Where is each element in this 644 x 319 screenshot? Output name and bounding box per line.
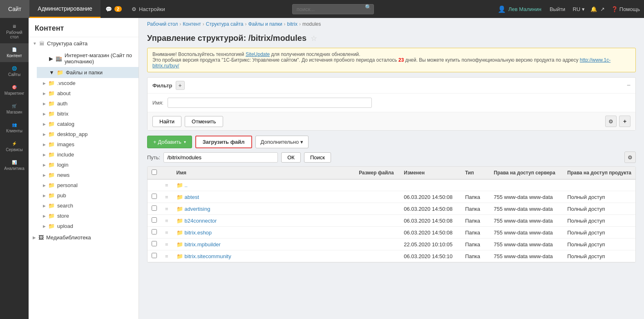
folder-item-store[interactable]: ▶ 📁 store [43, 211, 139, 221]
add-button[interactable]: + Добавить ▾ [147, 136, 192, 148]
marketing-icon: 🎯 [12, 85, 17, 89]
folder-item-pub[interactable]: ▶ 📁 pub [43, 190, 139, 201]
folder-item-upload[interactable]: ▶ 📁 upload [43, 221, 139, 231]
help-button[interactable]: ❓ Помощь [607, 6, 644, 12]
sidebar-section-header-structure[interactable]: ▼ 🏛 Структура сайта [29, 37, 139, 50]
filter-name-input[interactable] [168, 98, 372, 108]
file-modified: 06.03.2020 14:50:08 [400, 191, 461, 203]
days-remaining: 23 [398, 57, 404, 63]
row-checkbox[interactable] [152, 253, 157, 258]
file-type: Папка [461, 203, 490, 215]
file-name-link[interactable]: 📁abtest [177, 194, 199, 200]
folder-icon-login: 📁 [48, 162, 55, 168]
sidebar-item-marketing[interactable]: 🎯 Маркетинг [0, 81, 29, 100]
siteupdate-link[interactable]: SiteUpdate [246, 51, 270, 57]
th-name[interactable]: Имя [172, 167, 355, 179]
drag-handle[interactable]: ≡ [161, 179, 172, 191]
file-name-link[interactable]: 📁bitrix.eshop [177, 230, 212, 236]
sidebar-item-internet-shop[interactable]: ▶ 🏬 Интернет-магазин (Сайт по умолчанию) [37, 50, 139, 67]
find-button[interactable]: Найти [152, 116, 181, 127]
sidebar-item-files-and-folders[interactable]: ▼ 📁 Файлы и папки [37, 67, 139, 78]
sidebar-item-shop[interactable]: 🛒 Магазин [0, 100, 29, 118]
folder-item-news[interactable]: ▶ 📁 news [43, 170, 139, 180]
filter-settings-button[interactable]: ⚙ [605, 116, 617, 127]
language-selector[interactable]: RU ▾ [569, 6, 588, 12]
settings-button[interactable]: ⚙ Настройки [127, 6, 170, 12]
folder-item-search[interactable]: ▶ 📁 search [43, 201, 139, 211]
file-name-link[interactable]: 📁advertising [177, 206, 210, 212]
drag-handle[interactable]: ≡ [161, 239, 172, 250]
row-checkbox[interactable] [152, 241, 157, 246]
drag-handle[interactable]: ≡ [161, 227, 172, 239]
th-server-access[interactable]: Права на доступ сервера [490, 167, 563, 179]
th-size[interactable]: Размер файла [355, 167, 400, 179]
th-type[interactable]: Тип [461, 167, 490, 179]
user-icon: 👤 [498, 5, 506, 13]
breadcrumb-item-content[interactable]: Контент [183, 21, 201, 27]
drag-handle[interactable]: ≡ [161, 215, 172, 227]
site-tab[interactable]: Сайт [0, 0, 29, 18]
file-size [355, 250, 400, 262]
file-table: Имя Размер файла Изменен Тип Права на до… [147, 166, 636, 263]
sidebar-item-services[interactable]: ⚡ Сервисы [0, 137, 29, 156]
arrow-icon[interactable]: ↗ [600, 6, 605, 12]
sidebar-item-sites[interactable]: 🌐 Сайты [0, 62, 29, 81]
row-checkbox[interactable] [152, 229, 157, 234]
folder-item-images[interactable]: ▶ 📁 images [43, 139, 139, 149]
drag-handle[interactable]: ≡ [161, 191, 172, 203]
path-input[interactable] [163, 152, 278, 163]
row-checkbox[interactable] [152, 217, 157, 223]
sidebar-item-content[interactable]: 📄 Контент [0, 43, 29, 62]
folder-item-include[interactable]: ▶ 📁 include [43, 149, 139, 160]
search-input[interactable] [292, 4, 374, 14]
th-product-access[interactable]: Права на доступ продукта [563, 167, 635, 179]
filter-add-button[interactable]: + [176, 81, 185, 90]
file-modified: 22.05.2020 10:10:05 [400, 239, 461, 250]
breadcrumb-item-desktop[interactable]: Рабочий стол [147, 21, 178, 27]
file-name-link[interactable]: 📁bitrix.sitecommunity [177, 253, 231, 259]
breadcrumb-item-files[interactable]: Файлы и папки [248, 21, 282, 27]
select-all-checkbox[interactable] [152, 170, 157, 175]
admin-tab[interactable]: Администрирование [29, 0, 101, 18]
message-icon: 💬 [105, 6, 112, 12]
sidebar-item-analytics[interactable]: 📊 Аналитика [0, 156, 29, 175]
favorite-star-icon[interactable]: ☆ [311, 34, 317, 43]
server-access: 755 www-data www-data [490, 227, 563, 239]
parent-dir-link[interactable]: 📁.. [177, 182, 351, 188]
sidebar-item-clients[interactable]: 👥 Клиенты [0, 118, 29, 137]
filter-add-condition-button[interactable]: + [619, 116, 631, 127]
folder-item-desktop-app[interactable]: ▶ 📁 desktop_app [43, 129, 139, 139]
path-ok-button[interactable]: ОК [281, 152, 301, 163]
upload-file-button[interactable]: Загрузить файл [195, 136, 252, 148]
desktop-icon: 🖥 [12, 24, 16, 29]
sidebar-item-media[interactable]: ▶ 🖼 Медиабиблиотека [29, 231, 139, 244]
cancel-filter-button[interactable]: Отменить [185, 116, 223, 127]
notification-icon[interactable]: 🔔 [590, 6, 597, 12]
drag-icon: ≡ [165, 182, 168, 188]
file-name-link[interactable]: 📁bitrix.mpbuilder [177, 241, 221, 248]
breadcrumb-item-bitrix[interactable]: bitrix [287, 21, 297, 27]
drag-handle[interactable]: ≡ [161, 203, 172, 215]
folder-item-about[interactable]: ▶ 📁 about [43, 88, 139, 98]
more-button[interactable]: Дополнительно ▾ [255, 136, 309, 148]
breadcrumb-item-structure[interactable]: Структура сайта [206, 21, 244, 27]
filter-minimize-button[interactable]: − [627, 82, 631, 89]
row-checkbox[interactable] [152, 194, 157, 199]
row-checkbox[interactable] [152, 205, 157, 211]
path-settings-button[interactable]: ⚙ [624, 152, 636, 163]
file-type: Папка [461, 250, 490, 262]
folder-item-auth[interactable]: ▶ 📁 auth [43, 98, 139, 109]
folder-item-login[interactable]: ▶ 📁 login [43, 160, 139, 170]
sidebar-section-structure: ▼ 🏛 Структура сайта ▶ 🏬 Интернет-магазин… [29, 37, 139, 231]
th-modified[interactable]: Изменен [400, 167, 461, 179]
folder-item-catalog[interactable]: ▶ 📁 catalog [43, 119, 139, 129]
folder-item-bitrix[interactable]: ▶ 📁 bitrix [43, 109, 139, 119]
sidebar-item-desktop[interactable]: 🖥 Рабочий стол [0, 20, 29, 43]
folder-item-personal[interactable]: ▶ 📁 personal [43, 180, 139, 190]
messages-button[interactable]: 💬 2 [101, 6, 127, 12]
folder-item-vscode[interactable]: ▶ 📁 .vscode [43, 78, 139, 88]
path-search-button[interactable]: Поиск [304, 152, 331, 163]
logout-button[interactable]: Выйти [546, 6, 570, 12]
file-name-link[interactable]: 📁b24connector [177, 218, 217, 224]
drag-handle[interactable]: ≡ [161, 250, 172, 262]
